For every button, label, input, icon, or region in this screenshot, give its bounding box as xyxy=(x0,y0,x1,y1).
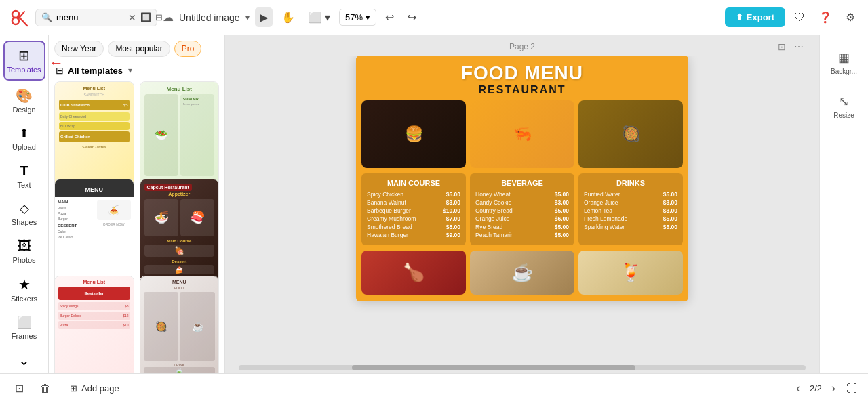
sidebar-item-templates[interactable]: ⊞ Templates xyxy=(3,41,45,81)
fullscreen-button[interactable]: ⛶ xyxy=(846,383,857,395)
next-page-button[interactable]: › xyxy=(829,379,838,398)
add-page-label: Add page xyxy=(81,383,119,394)
resize-panel-item[interactable]: ⤡ Resize xyxy=(829,90,859,123)
frames-label: Frames xyxy=(12,332,37,340)
redo-button[interactable]: ↪ xyxy=(403,7,421,27)
templates-icon: ⊞ xyxy=(18,47,30,64)
frame-tool-button[interactable]: ⬜ ▾ xyxy=(304,7,335,27)
menu-item: Sparkling Water $5.00 xyxy=(584,224,677,230)
drinks-title: DRINKS xyxy=(584,179,677,187)
template-card-4[interactable]: Capcut Restaurant Appetizer 🍜 🍣 Main Cou… xyxy=(140,179,220,285)
add-page-icon: ⊞ xyxy=(70,383,77,394)
sidebar-item-stickers[interactable]: ★ Stickers xyxy=(3,271,45,308)
page-more-button[interactable]: ⋯ xyxy=(792,39,806,54)
text-label: Text xyxy=(17,181,31,189)
topbar-center: ☁ Untitled image ▾ xyxy=(163,11,250,24)
shield-icon-button[interactable]: 🛡 xyxy=(789,8,810,27)
settings-button[interactable]: ⚙ xyxy=(841,7,860,27)
page-copy-button[interactable]: ⊡ xyxy=(776,39,788,54)
menu-title: FOOD MENU xyxy=(364,62,680,84)
menu-photo-2: 🦐 xyxy=(470,100,574,168)
menu-item: Hawaian Burger $9.00 xyxy=(367,232,460,238)
menu-canvas[interactable]: FOOD MENU RESTAURANT 🍔 🦐 🥘 xyxy=(356,56,688,301)
sidebar-item-frames[interactable]: ⬜ Frames xyxy=(3,310,45,345)
templates-grid: Menu List SANDWITCH Club Sandwich$5 Dail… xyxy=(49,81,224,373)
bottom-photo-2: ☕ xyxy=(470,251,574,295)
canvas-top-bar: Page 2 ⊡ ⋯ xyxy=(225,35,819,56)
menu-item: Orange Juice $6.00 xyxy=(475,215,569,222)
bottom-bar: ⊡ 🗑 ⊞ Add page ‹ 2/2 › ⛶ xyxy=(0,373,868,403)
sidebar-item-text[interactable]: T Text xyxy=(3,158,45,194)
select-tool-button[interactable]: ▶ xyxy=(255,7,273,27)
menu-item: Country Bread $5.00 xyxy=(475,207,569,214)
background-label: Backgr... xyxy=(831,68,857,75)
restaurant-badge: Capcut Restaurant xyxy=(144,184,192,191)
stickers-icon: ★ xyxy=(18,276,31,293)
template-card-5[interactable]: Menu List Bestseller Spicy Wings$8 Burge… xyxy=(54,276,134,373)
prev-page-button[interactable]: ‹ xyxy=(793,379,803,398)
canvas-scrollbar[interactable] xyxy=(239,365,806,370)
frames-icon: ⬜ xyxy=(17,315,32,330)
help-button[interactable]: ❓ xyxy=(814,7,837,27)
resize-label: Resize xyxy=(833,112,854,119)
upload-label: Upload xyxy=(12,143,36,151)
thumbnail-view-button[interactable]: ⊡ xyxy=(11,378,28,399)
filter-button[interactable]: ⊟ xyxy=(155,12,163,22)
menu-subtitle: RESTAURANT xyxy=(364,84,680,96)
template-card-1[interactable]: Menu List SANDWITCH Club Sandwich$5 Dail… xyxy=(54,81,134,188)
topbar: 🔍 ✕ 🔲 ⊟ ☁ Untitled image ▾ ▶ ✋ ⬜ ▾ 57% ▾… xyxy=(0,0,868,35)
topbar-right-icons: ⬆ Export 🛡 ❓ ⚙ xyxy=(725,7,860,27)
menu-item: Barbeque Burger $10.00 xyxy=(367,207,460,214)
templates-tabs: New Year Most popular Pro xyxy=(49,35,224,62)
add-page-button[interactable]: ⊞ Add page xyxy=(63,380,126,397)
resize-icon: ⤡ xyxy=(839,94,849,109)
menu-photos: 🍔 🦐 🥘 xyxy=(356,100,688,173)
export-button[interactable]: ⬆ Export xyxy=(725,7,785,27)
sidebar-item-upload[interactable]: ⬆ Upload xyxy=(3,121,45,156)
drinks-section: DRINKS Purified Water $5.00 Orange Juice… xyxy=(578,173,683,245)
title-dropdown-arrow[interactable]: ▾ xyxy=(245,13,250,22)
visual-search-button[interactable]: 🔲 xyxy=(140,12,151,22)
menu-item: Rye Bread $5.00 xyxy=(475,224,569,230)
menu-item: Spicy Chicken $5.00 xyxy=(367,191,460,198)
template-card-3[interactable]: MENU MAIN PastaPizzaBurger DESSERT CakeI… xyxy=(54,179,134,285)
page-label: Page 2 xyxy=(509,42,535,51)
background-panel-item[interactable]: ▦ Backgr... xyxy=(827,46,861,79)
tab-new-year[interactable]: New Year xyxy=(54,41,104,57)
page-navigation: ‹ 2/2 › xyxy=(793,379,838,398)
page-options: Page 2 xyxy=(509,42,535,51)
bottom-photo-1: 🍗 xyxy=(361,251,466,295)
delete-page-button[interactable]: 🗑 xyxy=(36,379,55,399)
template-card-2[interactable]: Menu List 🥗 Salad Mix Fresh greens Appet… xyxy=(140,81,220,188)
design-icon: 🎨 xyxy=(16,87,33,104)
main-course-title: MAIN COURSE xyxy=(367,179,460,187)
menu-item: Candy Cookie $3.00 xyxy=(475,199,569,206)
menu-item: Banana Walnut $3.00 xyxy=(367,199,460,206)
sidebar-item-design[interactable]: 🎨 Design xyxy=(3,82,45,119)
templates-header: ⊟ All templates ▾ xyxy=(49,62,224,81)
search-input[interactable] xyxy=(56,12,124,22)
templates-header-dropdown-icon[interactable]: ▾ xyxy=(128,66,132,75)
sidebar-more-button[interactable]: ⌄ xyxy=(3,347,45,373)
tab-most-popular[interactable]: Most popular xyxy=(108,41,170,57)
sidebar-item-shapes[interactable]: ◇ Shapes xyxy=(3,196,45,232)
burger-photo: 🍔 xyxy=(361,100,466,168)
upload-icon: ⬆ xyxy=(19,126,29,141)
tab-pro[interactable]: Pro xyxy=(174,41,202,57)
canvas-scrollbar-thumb[interactable] xyxy=(352,365,635,370)
cloud-save-icon: ☁ xyxy=(163,11,174,24)
undo-button[interactable]: ↩ xyxy=(380,7,399,27)
food-photo-2: 🦐 xyxy=(470,100,574,168)
template-card-6[interactable]: MENU FOOD 🥘 ☕ DRINK 🍵 xyxy=(140,276,220,373)
templates-header-icon: ⊟ xyxy=(56,65,64,76)
beverage-section: BEVERAGE Honey Wheat $5.00 Candy Cookie … xyxy=(470,173,574,245)
canvas-wrapper[interactable]: FOOD MENU RESTAURANT 🍔 🦐 🥘 xyxy=(225,56,819,362)
photos-icon: 🖼 xyxy=(18,238,31,254)
zoom-control[interactable]: 57% ▾ xyxy=(339,9,376,26)
templates-label: Templates xyxy=(7,66,41,74)
hand-tool-button[interactable]: ✋ xyxy=(277,7,300,27)
clear-search-button[interactable]: ✕ xyxy=(128,12,136,23)
sidebar-item-photos[interactable]: 🖼 Photos xyxy=(3,233,45,270)
export-label: Export xyxy=(747,12,774,22)
app-logo[interactable] xyxy=(8,7,30,28)
